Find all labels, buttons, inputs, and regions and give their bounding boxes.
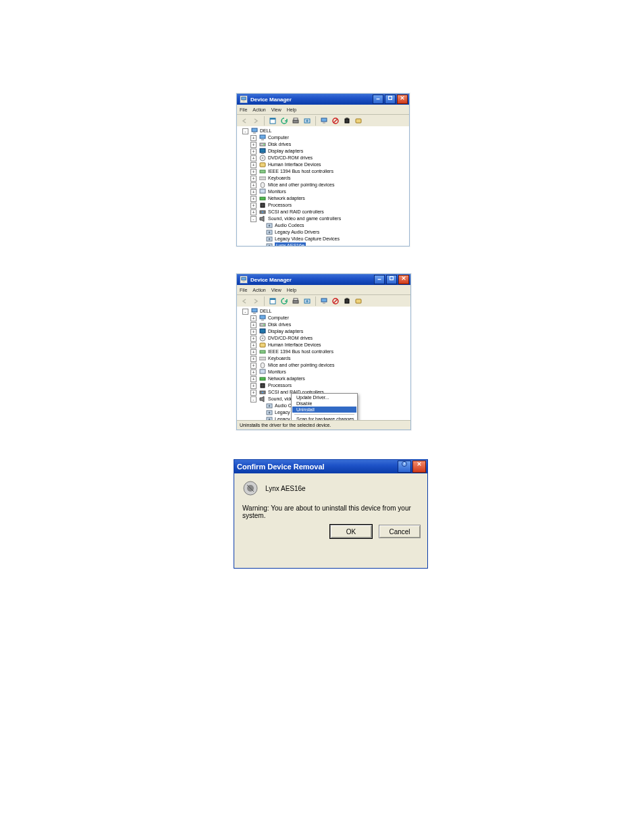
tree-item[interactable]: Legacy Audio Drivers [257,229,409,236]
expand-icon[interactable]: + [250,383,257,389]
tree-item[interactable]: + Mice and other pointing devices [249,182,409,188]
expand-icon[interactable]: + [250,189,257,195]
menu-item-update-driver[interactable]: Update Driver... [292,394,356,400]
menu-action[interactable]: Action [252,288,265,292]
expand-icon[interactable]: + [250,135,257,141]
expand-icon[interactable]: + [250,342,257,348]
tree-item[interactable]: + Computer [249,134,409,141]
tree-item[interactable]: + Disk drives [249,141,409,148]
menu-item-disable[interactable]: Disable [292,400,356,407]
expand-icon[interactable]: + [250,182,257,188]
tree-item[interactable]: + Human Interface Devices [249,161,409,168]
print-button[interactable] [291,116,300,126]
minimize-button[interactable] [373,95,383,104]
expand-icon[interactable]: + [250,369,257,375]
uninstall-button[interactable] [342,296,352,306]
tree-item[interactable]: + Processors [249,382,410,389]
tree-item[interactable]: + Monitors [249,188,409,195]
menu-action[interactable]: Action [252,107,265,112]
uninstall-button[interactable] [342,116,352,126]
expand-icon[interactable]: + [250,196,257,202]
expand-icon[interactable]: + [250,203,257,209]
extra-button[interactable] [354,296,363,306]
expand-icon[interactable]: + [250,162,257,168]
expand-icon[interactable]: + [250,329,257,335]
expand-icon[interactable]: + [250,169,257,175]
expand-icon[interactable]: + [250,209,257,215]
tree-root[interactable]: - DELL [241,308,410,315]
menu-file[interactable]: File [240,107,247,112]
close-button[interactable] [397,95,408,104]
extra-button[interactable] [354,116,363,126]
tree-item[interactable]: Audio Codecs [257,222,409,229]
forward-button[interactable] [251,116,261,126]
menu-help[interactable]: Help [287,107,296,112]
expand-icon[interactable]: + [250,149,257,155]
menu-item-uninstall[interactable]: Uninstall [292,407,356,413]
menu-file[interactable]: File [240,288,247,292]
close-button[interactable] [412,461,426,473]
tree-item[interactable]: + IEEE 1394 Bus host controllers [249,168,409,175]
update-driver-button[interactable] [302,116,312,126]
close-button[interactable] [398,275,409,284]
scan-button[interactable] [279,116,289,126]
tree-item[interactable]: Legacy Video Capture Devices [257,236,409,242]
ok-button[interactable]: OK [330,525,372,538]
scan-button[interactable] [279,296,289,306]
expand-icon[interactable]: + [250,322,257,328]
expand-icon[interactable]: + [250,155,257,161]
tree-item[interactable]: Lynx AES16e [257,242,409,246]
expand-icon[interactable]: + [250,315,257,321]
tree-item[interactable]: + Processors [249,202,409,209]
tree-item[interactable]: + Monitors [249,369,410,375]
collapse-icon[interactable]: - [242,309,248,315]
tree-item[interactable]: + Disk drives [249,321,410,328]
collapse-icon[interactable]: - [242,128,248,134]
properties-button[interactable] [268,116,277,126]
back-button[interactable] [240,296,249,306]
expand-icon[interactable]: + [250,336,257,342]
tree-item[interactable]: + Network adapters [249,375,410,382]
disable-button[interactable] [331,296,340,306]
cancel-button[interactable]: Cancel [379,525,421,538]
enable-button[interactable] [319,116,329,126]
menu-view[interactable]: View [271,107,281,112]
tree-item[interactable]: + Display adapters [249,148,409,155]
tree-root[interactable]: - DELL [241,128,409,134]
tree-item[interactable]: + Mice and other pointing devices [249,362,410,369]
tree-item[interactable]: + IEEE 1394 Bus host controllers [249,348,410,355]
tree-item[interactable]: + Keyboards [249,355,410,362]
collapse-icon[interactable]: - [250,216,257,222]
tree-item[interactable]: - Sound, video and game controllers [249,215,409,222]
expand-icon[interactable]: + [250,349,257,355]
minimize-button[interactable] [374,275,385,284]
menu-view[interactable]: View [271,288,281,292]
collapse-icon[interactable]: - [250,396,257,402]
maximize-button[interactable] [385,95,396,104]
expand-icon[interactable]: + [250,390,257,396]
maximize-button[interactable] [386,275,397,284]
tree-item[interactable]: + Computer [249,315,410,321]
tree-item[interactable]: + Human Interface Devices [249,342,410,348]
back-button[interactable] [240,116,249,126]
menu-help[interactable]: Help [287,288,296,292]
properties-button[interactable] [268,296,277,306]
tree-item[interactable]: + DVD/CD-ROM drives [249,155,409,161]
enable-button[interactable] [319,296,329,306]
tree-item[interactable]: + DVD/CD-ROM drives [249,335,410,342]
disable-button[interactable] [331,116,340,126]
expand-icon[interactable]: + [250,376,257,382]
print-button[interactable] [291,296,300,306]
tree-item[interactable]: + SCSI and RAID controllers [249,209,409,215]
forward-button[interactable] [251,296,261,306]
tree-item[interactable]: + Network adapters [249,195,409,202]
help-button[interactable] [398,461,411,473]
expand-icon[interactable]: + [250,142,257,148]
update-driver-button[interactable] [302,296,312,306]
context-menu[interactable]: Update Driver...DisableUninstallScan for… [291,393,358,421]
expand-icon[interactable]: + [250,176,257,182]
tree-item[interactable]: + Keyboards [249,175,409,182]
expand-icon[interactable]: + [250,356,257,362]
device-tree[interactable]: - DELL + Computer + Disk drives + Displa… [237,126,409,246]
tree-item[interactable]: + Display adapters [249,328,410,335]
